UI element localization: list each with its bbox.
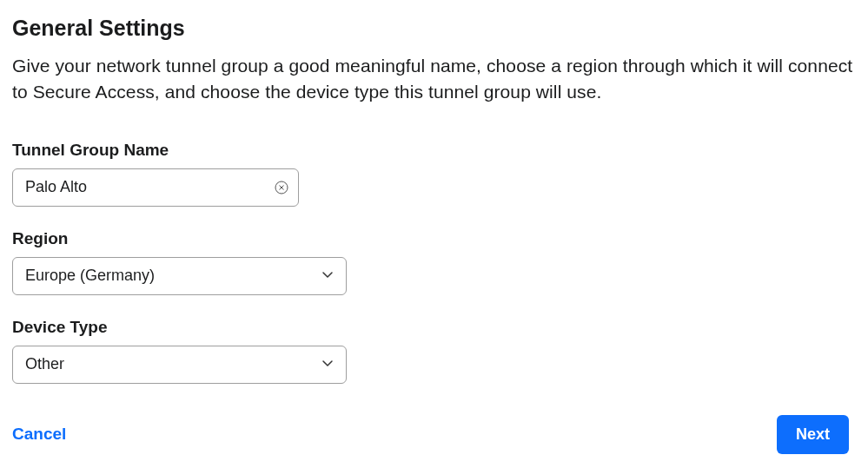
region-label: Region <box>12 229 856 248</box>
device-type-select-wrapper: Other <box>12 346 347 384</box>
region-select-wrapper: Europe (Germany) <box>12 257 347 295</box>
clear-input-button[interactable] <box>275 181 288 194</box>
next-button[interactable]: Next <box>777 415 849 454</box>
field-region: Region Europe (Germany) <box>12 229 856 295</box>
clear-x-icon <box>275 181 288 194</box>
field-tunnel-group-name: Tunnel Group Name <box>12 141 856 207</box>
field-device-type: Device Type Other <box>12 318 856 384</box>
region-select[interactable]: Europe (Germany) <box>12 257 347 295</box>
page-description: Give your network tunnel group a good me… <box>12 53 856 106</box>
tunnel-group-name-input-wrapper <box>12 168 299 207</box>
device-type-label: Device Type <box>12 318 856 337</box>
page-title: General Settings <box>12 16 856 41</box>
device-type-select[interactable]: Other <box>12 346 347 384</box>
tunnel-group-name-label: Tunnel Group Name <box>12 141 856 160</box>
device-type-select-value: Other <box>25 355 64 373</box>
footer-actions: Cancel Next <box>12 415 856 454</box>
region-select-value: Europe (Germany) <box>25 267 155 285</box>
tunnel-group-name-input[interactable] <box>12 168 299 207</box>
cancel-button[interactable]: Cancel <box>12 425 66 444</box>
